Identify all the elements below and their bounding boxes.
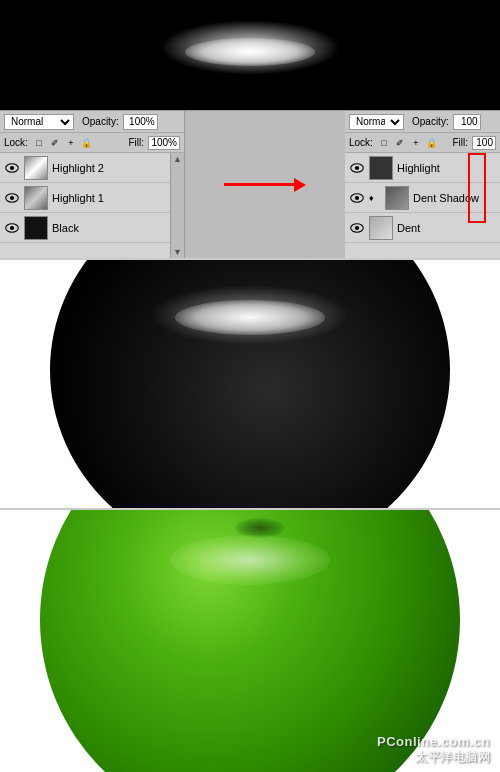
middle-canvas: [0, 258, 500, 508]
layer-thumbnail-highlight1: [24, 186, 48, 210]
layer-name-dent: Dent: [397, 222, 496, 234]
watermark-line1: PConline.com.cn: [377, 734, 490, 749]
arrow-container: [185, 111, 345, 258]
layers-row: Normal Opacity: Lock: □ ✐ + 🔒 Fill:: [0, 110, 500, 258]
link-icon-dent-shadow: ♦: [369, 192, 381, 204]
layer-thumbnail-highlight-r: [369, 156, 393, 180]
layer-thumbnail-highlight2: [24, 156, 48, 180]
layer-thumbnail-dent: [369, 216, 393, 240]
layer-item-dent-shadow[interactable]: ♦ Dent Shadow: [345, 183, 500, 213]
lock-all-icon-r[interactable]: 🔒: [425, 136, 439, 150]
arrow-head: [294, 178, 306, 192]
svg-point-3: [10, 195, 14, 199]
layer-name-black: Black: [52, 222, 166, 234]
lock-icons-right: □ ✐ + 🔒: [377, 136, 439, 150]
ball-highlight-inner: [175, 300, 325, 335]
layer-item-highlight-r[interactable]: Highlight: [345, 153, 500, 183]
blend-mode-select-right[interactable]: Normal: [349, 114, 404, 130]
lock-transparent-icon-r[interactable]: □: [377, 136, 391, 150]
svg-point-9: [355, 195, 359, 199]
opacity-input-left[interactable]: [123, 114, 158, 130]
bottom-canvas: PConline.com.cn 太平洋电脑网: [0, 508, 500, 772]
opacity-input-right[interactable]: [453, 114, 481, 130]
layers-panel-left: Normal Opacity: Lock: □ ✐ + 🔒 Fill:: [0, 111, 185, 259]
fill-input-left[interactable]: [148, 136, 180, 150]
layer-thumbnail-dent-shadow: [385, 186, 409, 210]
layers-header-bottom-right: Lock: □ ✐ + 🔒 Fill:: [345, 133, 500, 153]
oval-highlight-inner: [185, 38, 315, 66]
watermark-line2: 太平洋电脑网: [377, 749, 490, 766]
green-apple: [40, 508, 460, 772]
layer-thumbnail-black: [24, 216, 48, 240]
lock-position-icon-r[interactable]: +: [409, 136, 423, 150]
layer-item-dent[interactable]: Dent: [345, 213, 500, 243]
layer-eye-dent[interactable]: [349, 220, 365, 236]
svg-point-11: [355, 225, 359, 229]
lock-transparent-icon[interactable]: □: [32, 136, 46, 150]
arrow-line: [224, 183, 294, 186]
layers-panel-right: Normal Opacity: Lock: □ ✐ + 🔒 Fill:: [345, 111, 500, 259]
svg-point-1: [10, 165, 14, 169]
lock-image-icon-r[interactable]: ✐: [393, 136, 407, 150]
lock-all-icon[interactable]: 🔒: [80, 136, 94, 150]
apple-highlight: [170, 535, 330, 585]
layer-name-highlight-r: Highlight: [397, 162, 496, 174]
red-arrow: [224, 178, 306, 192]
layer-eye-dent-shadow[interactable]: [349, 190, 365, 206]
lock-position-icon[interactable]: +: [64, 136, 78, 150]
layers-header-bottom: Lock: □ ✐ + 🔒 Fill:: [0, 133, 184, 153]
lock-label-right: Lock:: [349, 137, 373, 148]
fill-label-right: Fill:: [452, 137, 468, 148]
layer-item-highlight1[interactable]: Highlight 1: [0, 183, 170, 213]
layers-header-top-right: Normal Opacity:: [345, 111, 500, 133]
black-ball: [50, 258, 450, 508]
layer-eye-black[interactable]: [4, 220, 20, 236]
svg-point-5: [10, 225, 14, 229]
scroll-down-arrow[interactable]: ▼: [173, 248, 182, 257]
layers-header-top: Normal Opacity:: [0, 111, 184, 133]
scrollbar-left-panel[interactable]: ▲ ▼: [170, 153, 184, 259]
fill-input-right[interactable]: [472, 136, 496, 150]
layer-item-highlight2[interactable]: Highlight 2: [0, 153, 170, 183]
opacity-label-right: Opacity:: [412, 116, 449, 127]
lock-image-icon[interactable]: ✐: [48, 136, 62, 150]
layer-eye-highlight2[interactable]: [4, 160, 20, 176]
layers-list-right: Highlight ♦ Dent Shadow: [345, 153, 500, 243]
lock-label-left: Lock:: [4, 137, 28, 148]
layer-eye-highlight-r[interactable]: [349, 160, 365, 176]
apple-dent: [235, 518, 285, 538]
layers-list-left: Highlight 2 Highlight 1: [0, 153, 170, 259]
layer-name-highlight1: Highlight 1: [52, 192, 166, 204]
layer-eye-highlight1[interactable]: [4, 190, 20, 206]
svg-point-7: [355, 165, 359, 169]
watermark: PConline.com.cn 太平洋电脑网: [377, 734, 490, 766]
layer-name-highlight2: Highlight 2: [52, 162, 166, 174]
layer-item-black[interactable]: Black: [0, 213, 170, 243]
layers-list-container-left: Highlight 2 Highlight 1: [0, 153, 184, 259]
lock-icons-left: □ ✐ + 🔒: [32, 136, 94, 150]
blend-mode-select-left[interactable]: Normal: [4, 114, 74, 130]
layer-name-dent-shadow: Dent Shadow: [413, 192, 496, 204]
fill-label-left: Fill:: [128, 137, 144, 148]
top-canvas: [0, 0, 500, 110]
scroll-up-arrow[interactable]: ▲: [173, 155, 182, 164]
opacity-label-left: Opacity:: [82, 116, 119, 127]
